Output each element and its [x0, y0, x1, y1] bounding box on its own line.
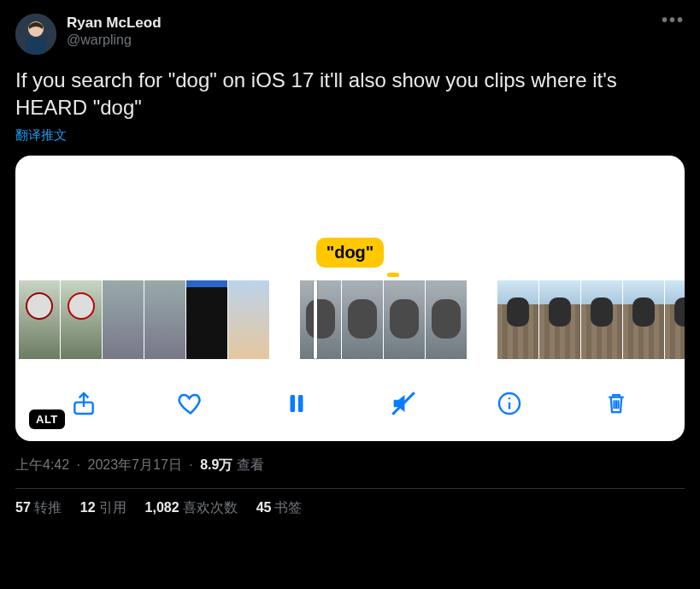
media-card[interactable]: "dog" [15, 156, 685, 441]
video-filmstrip[interactable] [15, 280, 685, 373]
bookmarks-stat[interactable]: 45书签 [256, 499, 303, 517]
svg-point-9 [509, 398, 510, 399]
post-time[interactable]: 上午4:42 [15, 457, 69, 472]
thumbnail [19, 280, 60, 359]
views-count[interactable]: 8.9万 [200, 457, 232, 472]
svg-rect-5 [298, 395, 303, 412]
media-whitespace [15, 156, 685, 238]
avatar[interactable] [15, 14, 56, 55]
tweet-header: Ryan McLeod @warpling [15, 14, 685, 55]
quotes-count: 12 [80, 500, 96, 515]
clip-1[interactable] [19, 280, 269, 359]
trash-icon[interactable] [597, 385, 635, 422]
tweet-stats: 57转推 12引用 1,082喜欢次数 45书签 [15, 499, 685, 517]
retweets-label: 转推 [34, 500, 62, 515]
author-names: Ryan McLeod @warpling [67, 14, 162, 49]
likes-stat[interactable]: 1,082喜欢次数 [145, 499, 238, 517]
thumbnail [186, 280, 227, 359]
divider [15, 488, 685, 489]
share-icon[interactable] [65, 385, 103, 422]
post-date[interactable]: 2023年7月17日 [88, 457, 182, 472]
thumbnail [384, 280, 425, 359]
quotes-stat[interactable]: 12引用 [80, 499, 126, 517]
likes-label: 喜欢次数 [183, 500, 238, 515]
tweet-container: ••• Ryan McLeod @warpling If you search … [0, 0, 700, 531]
views-label: 查看 [237, 457, 264, 472]
thumbnail [497, 280, 538, 359]
alt-badge[interactable]: ALT [29, 409, 65, 429]
thumbnail [300, 280, 341, 359]
svg-rect-4 [291, 395, 296, 412]
caption-row: "dog" [15, 238, 685, 277]
heart-icon[interactable] [172, 385, 209, 422]
thumbnail [665, 280, 685, 359]
thumbnail [228, 280, 269, 359]
quotes-label: 引用 [99, 500, 126, 515]
display-name[interactable]: Ryan McLeod [67, 14, 162, 32]
caption-marker [387, 273, 399, 277]
thumbnail [103, 280, 144, 359]
thumbnail [144, 280, 185, 359]
more-button[interactable]: ••• [662, 10, 685, 30]
tweet-text: If you search for "dog" on iOS 17 it'll … [15, 67, 685, 122]
translate-link[interactable]: 翻译推文 [15, 127, 67, 144]
caption-bubble: "dog" [316, 238, 385, 268]
thumbnail [61, 280, 102, 359]
clip-3[interactable] [497, 280, 685, 359]
media-toolbar [15, 373, 685, 441]
bookmarks-count: 45 [256, 500, 272, 515]
likes-count: 1,082 [145, 500, 179, 515]
tweet-meta: 上午4:42 · 2023年7月17日 · 8.9万 查看 [15, 456, 685, 474]
thumbnail [539, 280, 580, 359]
thumbnail [342, 280, 383, 359]
bookmarks-label: 书签 [274, 500, 302, 515]
playhead[interactable] [314, 280, 317, 359]
speaker-mute-icon[interactable] [385, 385, 422, 422]
thumbnail [623, 280, 664, 359]
info-icon[interactable] [491, 385, 528, 422]
svg-rect-2 [26, 38, 46, 55]
retweets-count: 57 [15, 500, 31, 515]
pause-icon[interactable] [278, 385, 315, 422]
thumbnail [581, 280, 622, 359]
thumbnail [426, 280, 467, 359]
user-handle[interactable]: @warpling [67, 32, 162, 49]
clip-2-active[interactable] [300, 280, 467, 359]
retweets-stat[interactable]: 57转推 [15, 499, 62, 517]
